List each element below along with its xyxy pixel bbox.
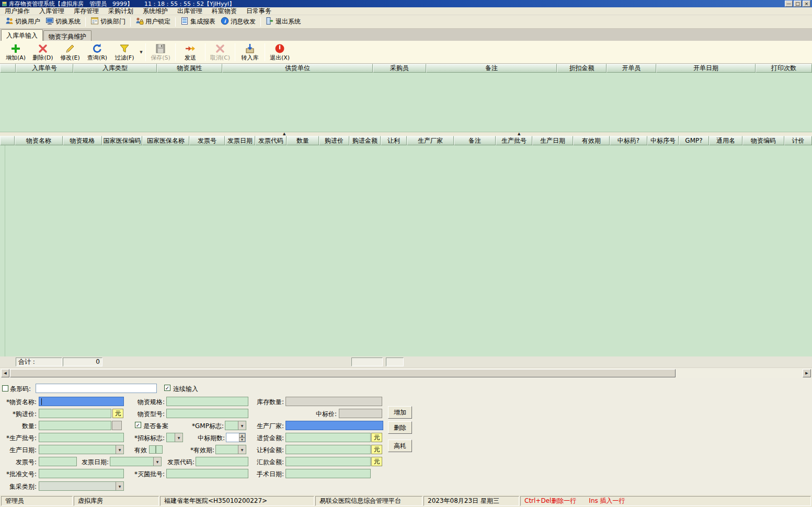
barcode-checkbox[interactable] [2,385,8,391]
chevron-down-icon[interactable]: ▼ [116,445,123,454]
detail-column-header[interactable]: 有效期 [573,136,610,145]
detail-column-header[interactable]: GMP? [679,136,709,145]
production-date-select[interactable]: ▼ [39,445,124,454]
form-add-button[interactable]: 增加 [388,406,412,419]
tab-2[interactable]: 物资字典维护 [43,30,92,41]
chevron-down-icon[interactable]: ▼ [116,482,123,490]
master-column-header[interactable]: 供货单位 [222,64,373,73]
master-grid-body[interactable] [0,73,812,132]
action-send-button[interactable]: 发送 [177,41,204,63]
master-column-header[interactable]: 入库类型 [73,64,157,73]
valid-input-2[interactable] [156,445,163,454]
menu-item-6[interactable]: 出库管理 [173,7,207,15]
tab-1[interactable]: 入库单输入 [1,29,43,41]
scroll-left-icon[interactable]: ◀ [1,369,9,377]
detail-column-header[interactable]: 生产厂家 [407,136,454,145]
close-button[interactable]: × [803,1,810,7]
gmp-flag-select[interactable]: ▼ [225,421,246,430]
detail-column-header[interactable]: 发票代码 [255,136,287,145]
maximize-button[interactable]: □ [794,1,802,7]
toolbar-button-switch-system[interactable]: 切换系统 [43,16,83,28]
detail-column-header[interactable]: 物资名称 [15,136,63,145]
master-column-header[interactable]: 备注 [426,64,557,73]
detail-column-header[interactable]: 生产日期 [532,136,573,145]
form-delete-button[interactable]: 删除 [388,421,412,434]
stepper-down-icon[interactable]: ▼ [239,437,245,442]
horizontal-scrollbar[interactable]: ◀ ▶ [0,367,812,378]
stepper-arrows[interactable]: ▲▼ [239,433,245,442]
detail-column-header[interactable]: 国家医保编码 [102,136,142,145]
detail-column-header[interactable]: 物资规格 [63,136,102,145]
menu-item-3[interactable]: 库存管理 [69,7,104,15]
detail-column-header[interactable]: 备注 [454,136,496,145]
master-column-header[interactable]: 入库单号 [16,64,73,73]
continuous-input-checkbox[interactable] [164,385,170,391]
menu-item-4[interactable]: 采购计划 [104,7,138,15]
grid-splitter[interactable]: ▲ ▲ [0,132,812,136]
detail-column-header[interactable]: 发票号 [189,136,225,145]
surgery-date-input[interactable] [285,469,371,478]
purchase-price-input[interactable] [39,409,111,418]
bid-period-stepper[interactable]: ▲▼ [226,433,246,442]
action-edit-button[interactable]: 修改(E) [56,41,84,63]
toolbar-button-integrated-report[interactable]: 集成报表 [178,16,218,28]
detail-column-header[interactable]: 购进价 [319,136,349,145]
detail-column-header[interactable]: 计价 [784,136,812,145]
action-quit-button[interactable]: 退出(X) [266,41,293,63]
chevron-down-icon[interactable]: ▼ [238,421,246,430]
form-high-consumable-button[interactable]: 高耗 [388,440,412,452]
menu-item-8[interactable]: 日常事务 [242,7,276,15]
valid-input-1[interactable] [149,445,156,454]
purchase-amount-input[interactable] [285,433,371,442]
master-column-header[interactable]: 打印次数 [756,64,812,73]
invoice-code-input[interactable] [196,457,248,466]
manufacturer-input[interactable] [285,421,383,430]
master-column-header[interactable]: 折扣金额 [557,64,607,73]
action-delete-button[interactable]: 删除(D) [29,41,56,63]
toolbar-button-switch-user[interactable]: 切换用户 [3,16,43,28]
detail-column-header[interactable]: 国家医保名称 [142,136,189,145]
quantity-input[interactable] [39,421,111,430]
chevron-down-icon[interactable]: ▼ [175,433,182,442]
material-spec-input[interactable] [166,397,248,406]
toolbar-button-switch-department[interactable]: 切换部门 [88,16,128,28]
chevron-down-icon[interactable]: ▼ [238,445,246,454]
is-filed-checkbox[interactable] [135,422,141,428]
master-column-header[interactable]: 开单日期 [656,64,756,73]
action-transfer-button[interactable]: 转入库 [236,41,264,63]
action-add-button[interactable]: 增加(A) [2,41,29,63]
detail-column-header[interactable]: 通用名 [709,136,742,145]
collect-category-select[interactable]: ▼ [39,481,124,491]
detail-column-header[interactable]: 生产批号 [496,136,532,145]
master-column-header[interactable]: 开单员 [607,64,656,73]
detail-column-header[interactable]: 物资编码 [742,136,784,145]
stepper-up-icon[interactable]: ▲ [239,433,245,437]
material-model-input[interactable] [166,409,248,418]
action-filter-button[interactable]: 过滤(F) [111,41,138,63]
master-column-header[interactable]: 采购员 [373,64,426,73]
menu-item-1[interactable]: 用户操作 [0,7,35,15]
detail-column-header[interactable]: 数量 [287,136,319,145]
menu-item-2[interactable]: 入库管理 [35,7,69,15]
production-batch-input[interactable] [39,433,124,442]
menu-item-5[interactable]: 系统维护 [138,7,173,15]
action-query-button[interactable]: 查询(R) [84,41,111,63]
toolbar-button-user-lock[interactable]: 用户锁定 [133,16,173,28]
sterilization-batch-input[interactable] [166,469,248,478]
remittance-amount-input[interactable] [285,457,371,466]
detail-column-header[interactable]: 中标药? [610,136,647,145]
barcode-input[interactable] [36,384,157,393]
rebate-amount-input[interactable] [285,445,371,454]
toolbar-button-exit-system[interactable]: 退出系统 [263,16,303,28]
detail-column-header[interactable]: 发票日期 [225,136,255,145]
menu-item-7[interactable]: 科室物资 [207,7,242,15]
approval-no-input[interactable] [39,469,124,478]
material-name-input[interactable] [39,397,124,406]
master-column-header[interactable]: 物资属性 [157,64,222,73]
invoice-date-select[interactable]: ▼ [110,457,162,466]
chevron-down-icon[interactable]: ▼ [153,457,161,466]
detail-grid-body[interactable] [0,145,812,356]
detail-column-header[interactable]: 让利 [381,136,407,145]
invoice-no-input[interactable] [39,457,77,466]
expiry-date-select[interactable]: ▼ [215,445,246,454]
